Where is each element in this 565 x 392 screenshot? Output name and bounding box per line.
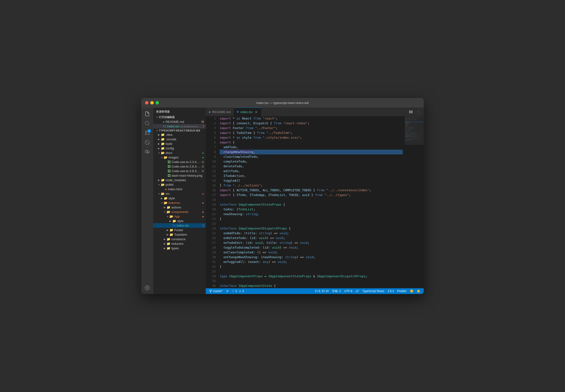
svg-point-4 [145, 134, 147, 135]
folder-idea[interactable]: ▶ 📁 .idea [153, 132, 206, 137]
folder-constance[interactable]: ▶ 📁 constance [153, 237, 206, 241]
types-folder-label: types [171, 246, 206, 250]
file-indexhtml[interactable]: ◈ index.html [153, 187, 206, 192]
app-folder-label: App [174, 215, 202, 218]
code-line-31: onToggleAll: (event: any) => void; [220, 260, 403, 264]
line-ending-status[interactable]: LF [354, 288, 360, 294]
close-button[interactable] [145, 101, 148, 104]
extensions-activity-icon[interactable] [143, 148, 152, 156]
more-actions-button[interactable]: ··· [415, 109, 422, 115]
formatter-status[interactable]: Prettier [396, 288, 408, 294]
folder-todomvc[interactable]: ▾ 📂 todomvc ● [153, 200, 206, 205]
folder-todoitem[interactable]: ▶ 📁 TodoItem [153, 232, 206, 237]
folder-vscode[interactable]: ▶ 📁 .vscode [153, 137, 206, 141]
traffic-lights [145, 101, 159, 104]
todoitem-folder-label: TodoItem [174, 233, 206, 236]
app-indextsx-label: index.tsx [177, 224, 202, 227]
constance-folder-label: constance [171, 237, 206, 241]
open-editors-header[interactable]: ▾ 打开的编辑器 [153, 115, 206, 120]
folder-config[interactable]: ▶ 📁 config [153, 146, 206, 151]
folder-types[interactable]: ▶ 📁 types [153, 246, 206, 251]
file-code-ts283[interactable]: 🖼 Code-use-ts-2.8.3.png U [153, 169, 206, 173]
open-editors-label: 打开的编辑器 [159, 115, 206, 119]
config-folder-icon: 📁 [161, 147, 165, 150]
minimize-button[interactable] [150, 101, 154, 104]
folder-reducers[interactable]: ▶ 📁 reducers [153, 241, 206, 246]
folder-images[interactable]: ▾ 📂 images ● [153, 155, 206, 160]
code-line-32: } [220, 264, 403, 269]
constance-folder-icon: 📁 [166, 237, 170, 241]
source-control-activity-icon[interactable]: 4 [143, 129, 152, 137]
language-status[interactable]: TypeScript React [361, 288, 386, 294]
folder-docs[interactable]: ▾ 📂 docs ● [153, 151, 206, 155]
code-editor[interactable]: import * as React from "react"; import {… [218, 116, 405, 288]
folder-public[interactable]: ▾ 📂 public [153, 182, 206, 187]
search-activity-icon[interactable] [143, 119, 152, 128]
activity-bottom [143, 283, 152, 294]
code-line-29: onClearCompleted: () => void; [220, 250, 403, 255]
settings-activity-icon[interactable] [143, 283, 152, 292]
debug-activity-icon[interactable] [143, 138, 152, 147]
project-root-header[interactable]: ▾ TYPESCRIPT-REACT-REDUX-IE8 [153, 129, 206, 132]
folder-components[interactable]: ▾ 📂 components ● [153, 210, 206, 214]
minimap-content: import * as React from "react"; import {… [405, 116, 424, 288]
images-folder-icon: 📂 [164, 156, 167, 159]
code-line-24: interface IAppComponentDispatchProps { [220, 226, 403, 231]
code-line-6: import { [220, 140, 403, 145]
svg-line-6 [146, 141, 149, 144]
file-dash-react[interactable]: 🖼 dash-react-history.png [153, 173, 206, 178]
indextsx-file-icon: TS [163, 125, 166, 128]
split-editor-button[interactable] [408, 109, 414, 115]
readme-tab-icon: ● [209, 110, 211, 114]
folder-footer[interactable]: ▶ 📁 Footer [153, 228, 206, 232]
docs-dot: ● [202, 151, 206, 155]
open-file-readme[interactable]: ● README.md M [153, 120, 206, 124]
file-code-ts234[interactable]: 🖼 Code-use-ts-2.3.4.png U [153, 160, 206, 164]
readme-badge: M [202, 120, 206, 124]
sync-status[interactable]: ↺ [225, 288, 230, 294]
smiley-icon: 😊 [410, 290, 413, 293]
idea-folder-label: .idea [166, 133, 206, 137]
images-folder-label: images [168, 156, 202, 159]
maximize-button[interactable] [156, 101, 159, 104]
docs-folder-label: docs [166, 151, 202, 155]
editor-area: ● README.md ⚙ index.tsx ✕ ··· [206, 108, 424, 294]
code-line-5: import * as style from "./style/index.sc… [220, 135, 403, 140]
smiley-status[interactable]: 😊 [408, 288, 415, 294]
language-text: TypeScript React [362, 290, 384, 293]
folder-app[interactable]: ▾ 📂 App ● [153, 214, 206, 219]
code-line-17: import { ITodo, ITodoApp, ITodoList, TUU… [220, 193, 403, 197]
code-line-19: interface IAppComponentStateProps { [220, 202, 403, 207]
file-code-ts283dark[interactable]: 🖼 Code-use-ts-2.8.3-dark.png U [153, 164, 206, 169]
tab-readme[interactable]: ● README.md [206, 108, 234, 116]
cursor-position[interactable]: 行 8, 列 10 [314, 288, 330, 294]
code-line-18 [220, 197, 403, 202]
ts-version-status[interactable]: 2.8.3 [386, 288, 396, 294]
actions-folder-label: actions [171, 206, 206, 209]
footer-folder-icon: 📁 [169, 228, 173, 232]
src-style-icon: 📁 [164, 196, 167, 200]
open-file-index[interactable]: TS index.tsx src/todomvc/components... 3 [153, 124, 206, 129]
img4-icon: 🖼 [167, 174, 171, 177]
indextsx-tab-close[interactable]: ✕ [254, 110, 258, 114]
encoding-status[interactable]: UTF-8 [343, 288, 354, 294]
code-line-33 [220, 269, 403, 274]
folder-nodemodules[interactable]: ▶ 📁 node_modules [153, 178, 206, 182]
file-app-indextsx[interactable]: TS index.tsx 3 [153, 223, 206, 228]
branch-status[interactable]: master* [208, 288, 224, 294]
errors-status[interactable]: ✕ 3 ⚠ 0 [230, 288, 245, 294]
folder-app-style[interactable]: ▶ 📁 style [153, 219, 206, 223]
code-line-14: toggleAll [220, 178, 403, 183]
activity-bar: 4 [141, 108, 153, 294]
bell-status[interactable]: 🔔 [415, 288, 422, 294]
config-folder-label: config [166, 147, 206, 150]
folder-actions[interactable]: ▶ 📁 actions [153, 205, 206, 210]
folder-src[interactable]: ▾ 📂 src ● [153, 192, 206, 196]
folder-src-style[interactable]: ▶ 📁 style [153, 196, 206, 200]
app-folder-icon: 📂 [169, 215, 173, 218]
folder-build[interactable]: ▶ 📁 build [153, 141, 206, 146]
components-folder-icon: 📂 [166, 210, 170, 214]
explorer-activity-icon[interactable] [143, 110, 152, 118]
tab-indextsx[interactable]: ⚙ index.tsx ✕ [234, 108, 262, 116]
indentation-status[interactable]: 空格: 2 [331, 288, 342, 294]
